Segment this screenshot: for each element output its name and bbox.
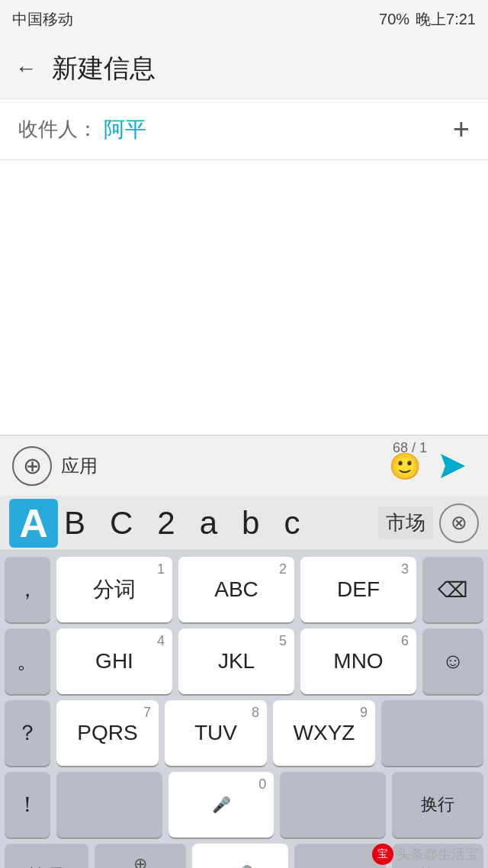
key-emoji[interactable]: ☺ xyxy=(422,628,483,694)
key-question[interactable]: ？ xyxy=(5,700,50,766)
carrier-signal: 中国移动 xyxy=(12,9,73,30)
recipient-area: 收件人： 阿平 + xyxy=(0,99,488,160)
key-symbol[interactable]: 符号 xyxy=(5,844,88,868)
watermark-avatar: 宝 xyxy=(372,844,393,865)
key-4-number: 4 xyxy=(157,633,165,649)
key-period[interactable]: 。 xyxy=(5,628,50,694)
key-7-number: 7 xyxy=(143,705,151,721)
recipient-label: 收件人： xyxy=(18,116,98,143)
key-newline[interactable]: 换行 xyxy=(392,772,483,837)
autocomplete-option-c2[interactable]: c xyxy=(284,505,300,542)
recipient-name[interactable]: 阿平 xyxy=(104,115,453,144)
autocomplete-strip: A B C 2 a b c 市场 ⊗ xyxy=(0,496,488,551)
key-0[interactable]: 0 🎤 xyxy=(169,772,274,837)
keyboard-row-1: ， 1 分词 2 ABC 3 DEF ⌫ xyxy=(5,557,483,622)
key-delete[interactable]: ⌫ xyxy=(422,557,483,622)
autocomplete-option-a[interactable]: a xyxy=(200,505,217,542)
autocomplete-option-b2[interactable]: b xyxy=(242,505,259,542)
header: ← 新建信息 xyxy=(0,38,488,99)
status-bar: 中国移动 70% 晚上7:21 xyxy=(0,0,488,38)
watermark-label: 头条@生活宝 xyxy=(396,845,479,863)
autocomplete-option-b[interactable]: B xyxy=(64,505,85,542)
keyboard-row-2: 。 4 GHI 5 JKL 6 MNO ☺ xyxy=(5,628,483,694)
send-button[interactable] xyxy=(430,446,476,486)
key-3-number: 3 xyxy=(401,561,409,577)
key-lang[interactable]: ⊕ 中/英 xyxy=(95,844,186,868)
plus-icon: ⊕ xyxy=(23,452,42,479)
key-empty-r4-1 xyxy=(56,772,162,837)
key-exclaim[interactable]: ！ xyxy=(5,772,50,837)
key-9-wxyz[interactable]: 9 WXYZ xyxy=(273,700,375,766)
key-period-label: 。 xyxy=(17,647,38,676)
key-8-label: TUV xyxy=(194,721,237,745)
key-8-tuv[interactable]: 8 TUV xyxy=(165,700,267,766)
key-emoji-label: ☺ xyxy=(442,649,464,674)
key-2-label: ABC xyxy=(214,577,258,602)
key-1-label: 分词 xyxy=(93,575,136,604)
key-6-mno[interactable]: 6 MNO xyxy=(300,628,416,694)
mic-icon: 🎤 xyxy=(227,864,254,869)
key-empty-r4-2 xyxy=(280,772,386,837)
key-0-number: 0 xyxy=(258,776,266,792)
key-3-label: DEF xyxy=(337,577,380,602)
key-question-label: ？ xyxy=(17,719,38,747)
key-comma[interactable]: ， xyxy=(5,557,50,622)
autocomplete-options: B C 2 a b c xyxy=(64,505,372,542)
key-9-number: 9 xyxy=(360,705,368,721)
key-6-number: 6 xyxy=(401,633,409,649)
key-symbol-label: 符号 xyxy=(27,863,66,869)
battery: 70% xyxy=(379,11,409,28)
add-recipient-button[interactable]: + xyxy=(453,113,470,146)
key-8-number: 8 xyxy=(252,705,259,721)
key-9-label: WXYZ xyxy=(294,721,355,745)
key-5-label: JKL xyxy=(218,649,255,674)
globe-icon: ⊕ xyxy=(133,854,147,868)
status-right: 70% 晚上7:21 xyxy=(379,9,476,30)
app-label: 应用 xyxy=(61,454,98,478)
key-newline-label: 换行 xyxy=(421,793,454,816)
key-123-label: 123 xyxy=(323,865,356,869)
autocomplete-delete-button[interactable]: ⊗ xyxy=(439,503,479,543)
key-7-label: PQRS xyxy=(77,721,137,745)
autocomplete-option-c[interactable]: C xyxy=(110,505,133,542)
message-body[interactable] xyxy=(0,160,488,435)
time: 晚上7:21 xyxy=(416,9,476,30)
key-7-pqrs[interactable]: 7 PQRS xyxy=(56,700,159,766)
key-4-ghi[interactable]: 4 GHI xyxy=(56,628,172,694)
keyboard-toolbar: ⊕ 应用 68 / 1 🙂 xyxy=(0,435,488,496)
key-comma-label: ， xyxy=(17,575,38,604)
char-count: 68 / 1 xyxy=(393,440,427,456)
svg-marker-0 xyxy=(441,454,465,478)
market-label[interactable]: 市场 xyxy=(378,506,433,539)
key-exclaim-label: ！ xyxy=(17,790,38,819)
key-1-fenci[interactable]: 1 分词 xyxy=(56,557,172,622)
keyboard: ， 1 分词 2 ABC 3 DEF ⌫ 。 4 GHI 5 JKL xyxy=(0,551,488,868)
key-2-number: 2 xyxy=(279,561,287,577)
key-6-label: MNO xyxy=(333,649,383,674)
autocomplete-option-2[interactable]: 2 xyxy=(157,505,175,542)
keyboard-row-3: ？ 7 PQRS 8 TUV 9 WXYZ xyxy=(5,700,483,766)
page-title: 新建信息 xyxy=(52,51,156,86)
send-icon xyxy=(438,451,468,481)
watermark: 宝 头条@生活宝 xyxy=(372,844,479,865)
key-space[interactable]: 🎤 xyxy=(192,844,288,868)
key-1-number: 1 xyxy=(157,561,165,577)
back-button[interactable]: ← xyxy=(15,56,37,81)
key-4-label: GHI xyxy=(95,649,133,674)
key-3-def[interactable]: 3 DEF xyxy=(300,557,416,622)
key-0-label: 🎤 xyxy=(212,796,231,814)
autocomplete-highlighted[interactable]: A xyxy=(9,499,58,548)
key-2-abc[interactable]: 2 ABC xyxy=(178,557,294,622)
keyboard-row-4: ！ 0 🎤 换行 xyxy=(5,772,483,837)
key-empty-r3 xyxy=(381,700,483,766)
key-5-number: 5 xyxy=(279,633,287,649)
key-delete-label: ⌫ xyxy=(438,577,468,603)
key-5-jkl[interactable]: 5 JKL xyxy=(178,628,294,694)
attach-button[interactable]: ⊕ xyxy=(12,446,52,486)
